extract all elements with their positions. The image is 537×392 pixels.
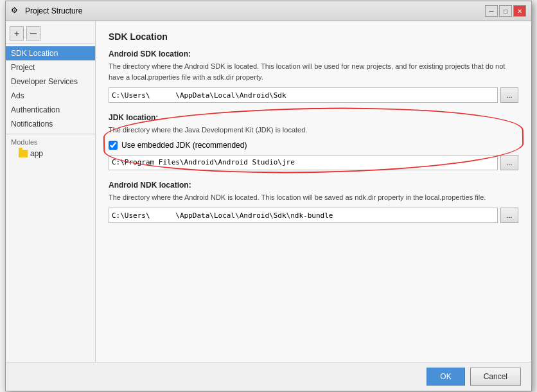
jdk-input-row: ... bbox=[109, 155, 518, 170]
sidebar-item-ads[interactable]: Ads bbox=[6, 89, 95, 103]
jdk-description: The directory where the Java Development… bbox=[109, 125, 518, 136]
remove-button[interactable]: ─ bbox=[26, 26, 40, 40]
jdk-path-input[interactable] bbox=[109, 155, 498, 170]
android-ndk-input-row: ... bbox=[109, 208, 518, 223]
android-sdk-path-input[interactable] bbox=[109, 87, 498, 103]
android-ndk-path-input[interactable] bbox=[109, 208, 498, 223]
ok-button[interactable]: OK bbox=[427, 368, 464, 386]
sidebar-item-project[interactable]: Project bbox=[6, 60, 95, 75]
dialog-footer: OK Cancel bbox=[6, 362, 531, 391]
embedded-jdk-label[interactable]: Use embedded JDK (recommended) bbox=[121, 141, 247, 150]
android-ndk-description: The directory where the Android NDK is l… bbox=[109, 192, 518, 203]
add-button[interactable]: + bbox=[10, 26, 24, 40]
android-sdk-browse-button[interactable]: ... bbox=[500, 87, 518, 103]
sidebar-item-developer-services[interactable]: Developer Services bbox=[6, 75, 95, 89]
dialog-icon: ⚙ bbox=[11, 6, 21, 16]
title-bar: ⚙ Project Structure ─ □ ✕ bbox=[6, 1, 531, 21]
embedded-jdk-checkbox[interactable] bbox=[109, 141, 118, 150]
modules-section-label: Modules bbox=[6, 134, 95, 147]
sidebar-item-notifications[interactable]: Notifications bbox=[6, 117, 95, 131]
sidebar-toolbar: + ─ bbox=[6, 24, 95, 44]
sidebar-module-app[interactable]: app bbox=[6, 147, 95, 160]
android-ndk-title: Android NDK location: bbox=[109, 181, 518, 190]
dialog-body: + ─ SDK Location Project Developer Servi… bbox=[6, 21, 531, 362]
jdk-title: JDK location: bbox=[109, 113, 518, 122]
jdk-checkbox-row: Use embedded JDK (recommended) bbox=[109, 141, 518, 150]
cancel-button[interactable]: Cancel bbox=[470, 368, 521, 386]
jdk-browse-button[interactable]: ... bbox=[500, 155, 518, 170]
sidebar-item-authentication[interactable]: Authentication bbox=[6, 103, 95, 117]
main-content: SDK Location Android SDK location: The d… bbox=[96, 21, 531, 362]
jdk-section: JDK location: The directory where the Ja… bbox=[109, 113, 518, 170]
sidebar: + ─ SDK Location Project Developer Servi… bbox=[6, 21, 96, 362]
maximize-button[interactable]: □ bbox=[499, 5, 512, 17]
sidebar-item-sdk-location[interactable]: SDK Location bbox=[6, 46, 95, 60]
android-ndk-browse-button[interactable]: ... bbox=[500, 208, 518, 223]
android-sdk-description: The directory where the Android SDK is l… bbox=[109, 61, 518, 82]
close-button[interactable]: ✕ bbox=[513, 5, 526, 17]
dialog-title: Project Structure bbox=[25, 6, 82, 15]
android-sdk-input-row: ... bbox=[109, 87, 518, 103]
title-bar-controls: ─ □ ✕ bbox=[485, 5, 526, 17]
android-sdk-title: Android SDK location: bbox=[109, 49, 518, 58]
project-structure-dialog: ⚙ Project Structure ─ □ ✕ + ─ SDK Locati… bbox=[5, 1, 532, 391]
title-bar-left: ⚙ Project Structure bbox=[11, 6, 82, 16]
folder-icon bbox=[19, 150, 28, 157]
minimize-button[interactable]: ─ bbox=[485, 5, 498, 17]
page-title: SDK Location bbox=[109, 31, 518, 42]
